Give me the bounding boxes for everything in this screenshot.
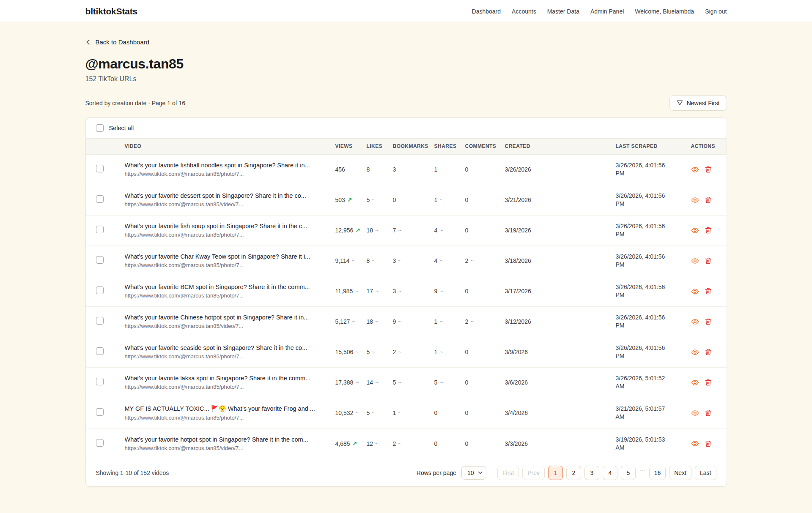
table-row: MY GF IS ACTUALLY TOXIC... 🚩😤 What’s you… [86,398,727,428]
video-url[interactable]: https://www.tiktok.com/@marcus.tan85/pho… [125,353,325,360]
trash-icon [705,226,712,234]
page-button-next[interactable]: Next [669,466,691,480]
trend-flat-icon: ~ [372,409,375,416]
eye-icon [691,226,699,235]
table-row: What’s your favorite Char Kway Teow spot… [86,246,727,276]
row-checkbox[interactable] [96,347,104,355]
view-button[interactable] [691,439,699,448]
page-button-16[interactable]: 16 [649,466,666,480]
delete-button[interactable] [705,166,712,173]
eye-icon [691,318,699,326]
page-button-5[interactable]: 5 [621,466,636,480]
rows-per-page-label: Rows per page [417,469,456,476]
column-header-created: CREATED [505,143,616,149]
delete-button[interactable] [705,379,712,386]
trend-flat-icon: ~ [398,227,401,234]
showing-text: Showing 1-10 of 152 videos [96,469,169,476]
page-button-2[interactable]: 2 [566,466,581,480]
row-checkbox[interactable] [96,287,104,294]
trend-flat-icon: ~ [352,318,356,325]
delete-button[interactable] [705,226,712,234]
view-button[interactable] [691,348,699,356]
row-checkbox[interactable] [96,195,104,203]
view-button[interactable] [691,318,699,326]
nav-link-sign-out[interactable]: Sign out [705,8,727,15]
delete-button[interactable] [705,196,712,204]
shares-cell: 9~ [434,288,465,295]
trash-icon [705,379,712,386]
comments-cell: 0 [465,349,505,355]
trash-icon [705,409,712,417]
row-checkbox[interactable] [96,317,104,325]
created-cell: 3/17/2026 [505,288,616,295]
trend-up-icon: ↗ [347,196,352,203]
delete-button[interactable] [705,409,712,417]
view-button[interactable] [691,379,699,387]
video-url[interactable]: https://www.tiktok.com/@marcus.tan85/pho… [125,171,325,177]
nav-link-dashboard[interactable]: Dashboard [472,8,501,15]
video-title: What’s your favorite BCM spot in Singapo… [125,284,325,290]
view-button[interactable] [691,257,699,265]
video-url[interactable]: https://www.tiktok.com/@marcus.tan85/pho… [125,415,325,421]
view-button[interactable] [691,226,699,235]
comments-cell: 0 [465,196,505,203]
video-url[interactable]: https://www.tiktok.com/@marcus.tan85/pho… [125,262,325,268]
trend-flat-icon: ~ [398,409,401,416]
video-url[interactable]: https://www.tiktok.com/@marcus.tan85/vid… [125,445,325,451]
column-header-comments: COMMENTS [465,143,505,149]
trend-flat-icon: ~ [439,349,443,355]
delete-button[interactable] [705,287,712,295]
comments-cell: 2~ [465,318,505,325]
delete-button[interactable] [705,348,712,356]
row-checkbox[interactable] [96,165,104,172]
page-button-last[interactable]: Last [695,466,716,480]
nav-link-accounts[interactable]: Accounts [512,8,536,15]
row-checkbox[interactable] [96,408,104,416]
video-url[interactable]: https://www.tiktok.com/@marcus.tan85/vid… [125,323,325,329]
likes-cell: 14~ [367,379,393,386]
view-button[interactable] [691,166,699,174]
page-button-4[interactable]: 4 [603,466,617,480]
last-scraped-cell: 3/21/2026, 5:01:57 AM [616,405,671,421]
video-title: MY GF IS ACTUALLY TOXIC... 🚩😤 What’s you… [125,405,325,412]
delete-button[interactable] [705,257,712,265]
column-header-likes: LIKES [367,143,393,149]
views-cell: 12,956↗ [335,227,367,234]
view-button[interactable] [691,287,699,295]
trend-flat-icon: ~ [439,257,443,264]
bookmarks-cell: 7~ [393,227,434,234]
likes-cell: 5~ [367,196,393,203]
shares-cell: 1~ [434,349,465,355]
row-checkbox[interactable] [96,378,104,385]
rows-per-page-select[interactable]: 10 [461,466,486,480]
trend-up-icon: ↗ [352,440,357,447]
trend-flat-icon: ~ [355,379,359,386]
view-button[interactable] [691,409,699,417]
trend-flat-icon: ~ [375,318,379,325]
delete-button[interactable] [705,440,712,448]
eye-icon [691,409,699,417]
row-checkbox[interactable] [96,226,104,233]
page-button-first: First [497,466,519,480]
page-button-1[interactable]: 1 [548,466,563,480]
video-title: What’s your favorite fishball noodles sp… [125,162,325,169]
last-scraped-cell: 3/26/2026, 4:01:56 PM [616,192,671,208]
video-url[interactable]: https://www.tiktok.com/@marcus.tan85/pho… [125,232,325,238]
nav-link-admin-panel[interactable]: Admin Panel [590,8,624,15]
nav-link-master-data[interactable]: Master Data [547,8,579,15]
shares-cell: 1~ [434,318,465,325]
select-all-checkbox[interactable] [96,124,104,132]
delete-button[interactable] [705,318,712,325]
view-button[interactable] [691,196,699,204]
video-url[interactable]: https://www.tiktok.com/@marcus.tan85/pho… [125,292,325,299]
trash-icon [705,440,712,448]
back-to-dashboard-link[interactable]: Back to Dashboard [85,38,150,46]
row-checkbox[interactable] [96,256,104,264]
sort-order-button[interactable]: Newest First [669,96,727,111]
page-button-3[interactable]: 3 [584,466,599,480]
video-url[interactable]: https://www.tiktok.com/@marcus.tan85/vid… [125,201,325,207]
video-url[interactable]: https://www.tiktok.com/@marcus.tan85/pho… [125,384,325,390]
row-checkbox[interactable] [96,439,104,447]
page-title: @marcus.tan85 [85,56,727,72]
likes-cell: 18~ [367,227,393,234]
